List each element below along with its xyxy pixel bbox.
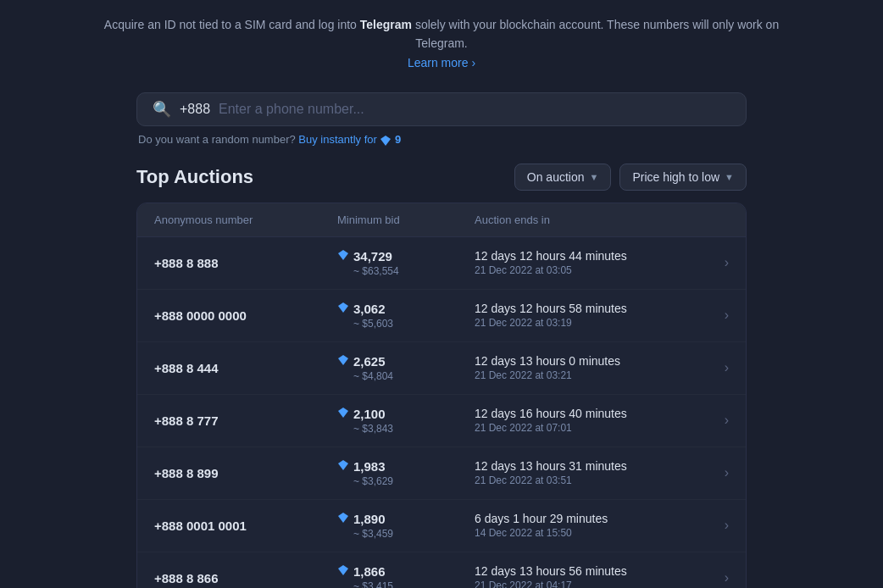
time-remaining: 12 days 12 hours 58 minutes	[475, 302, 703, 315]
row-chevron-icon: ›	[703, 413, 729, 428]
bid-ton-value: 1,890	[353, 512, 386, 526]
auction-table: Anonymous number Minimum bid Auction end…	[136, 202, 747, 588]
row-chevron-icon: ›	[703, 255, 729, 270]
bid-ton-value: 2,625	[353, 354, 386, 369]
svg-marker-6	[338, 513, 348, 523]
auction-filter-button[interactable]: On auction ▼	[514, 164, 612, 191]
row-chevron-icon: ›	[703, 518, 729, 533]
col-header-number: Anonymous number	[154, 214, 337, 226]
time-remaining: 12 days 16 hours 40 minutes	[475, 407, 703, 420]
bid-cell: 1,866 ~ $3,415	[337, 564, 475, 588]
time-date: 21 Dec 2022 at 03:19	[475, 317, 703, 329]
table-row[interactable]: +888 0000 0000 3,062 ~ $5,603 12 days 12…	[137, 290, 746, 342]
auction-time-cell: 12 days 13 hours 56 minutes 21 Dec 2022 …	[475, 564, 703, 588]
ton-diamond-icon	[337, 512, 349, 526]
ton-diamond-icon	[337, 249, 349, 263]
bid-ton-value: 3,062	[353, 302, 386, 316]
table-body: +888 8 888 34,729 ~ $63,554 12 days 12 h…	[137, 237, 746, 588]
svg-marker-0	[380, 136, 391, 146]
svg-marker-2	[338, 302, 348, 313]
bid-usd-value: ~ $3,629	[337, 475, 475, 487]
bid-ton-value: 2,100	[353, 407, 386, 421]
col-header-arrow	[703, 214, 729, 226]
bid-main: 3,062	[337, 302, 475, 316]
table-row[interactable]: +888 8 866 1,866 ~ $3,415 12 days 13 hou…	[137, 552, 746, 588]
learn-more-link[interactable]: Learn more ›	[408, 56, 475, 69]
time-remaining: 12 days 13 hours 56 minutes	[475, 564, 703, 578]
table-row[interactable]: +888 8 899 1,983 ~ $3,629 12 days 13 hou…	[137, 447, 746, 500]
banner-text: Acquire an ID not tied to a SIM card and…	[104, 18, 779, 50]
phone-number: +888 8 777	[154, 413, 337, 428]
price-filter-button[interactable]: Price high to low ▼	[619, 164, 747, 191]
top-banner: Acquire an ID not tied to a SIM card and…	[0, 0, 883, 84]
section-title: Top Auctions	[136, 166, 253, 188]
search-icon: 🔍	[153, 102, 171, 117]
bid-cell: 34,729 ~ $63,554	[337, 249, 475, 277]
bid-cell: 3,062 ~ $5,603	[337, 302, 475, 330]
auction-time-cell: 12 days 12 hours 44 minutes 21 Dec 2022 …	[475, 249, 703, 276]
auction-time-cell: 12 days 13 hours 0 minutes 21 Dec 2022 a…	[475, 354, 703, 381]
brand-name: Telegram	[360, 18, 412, 31]
bid-main: 34,729	[337, 249, 475, 263]
bid-cell: 1,983 ~ $3,629	[337, 459, 475, 487]
svg-marker-5	[338, 460, 348, 470]
time-date: 21 Dec 2022 at 04:17	[475, 580, 703, 588]
row-chevron-icon: ›	[703, 570, 729, 585]
ton-diamond-icon	[337, 354, 349, 369]
bid-usd-value: ~ $63,554	[337, 265, 475, 277]
time-date: 21 Dec 2022 at 07:01	[475, 422, 703, 434]
search-prefix: +888	[180, 102, 210, 117]
time-date: 14 Dec 2022 at 15:50	[475, 527, 703, 539]
bid-usd-value: ~ $4,804	[337, 370, 475, 382]
bid-ton-value: 1,983	[353, 459, 386, 474]
section-header: Top Auctions On auction ▼ Price high to …	[136, 164, 747, 191]
row-chevron-icon: ›	[703, 360, 729, 375]
search-input[interactable]	[219, 102, 730, 117]
buy-instantly-link[interactable]: Buy instantly for	[298, 133, 395, 146]
table-row[interactable]: +888 8 444 2,625 ~ $4,804 12 days 13 hou…	[137, 342, 746, 395]
auction-time-cell: 12 days 13 hours 31 minutes 21 Dec 2022 …	[475, 459, 703, 486]
row-chevron-icon: ›	[703, 465, 729, 480]
row-chevron-icon: ›	[703, 308, 729, 323]
col-header-ends: Auction ends in	[475, 214, 703, 226]
phone-number: +888 0001 0001	[154, 519, 337, 533]
auction-time-cell: 6 days 1 hour 29 minutes 14 Dec 2022 at …	[475, 512, 703, 539]
ton-diamond-icon	[337, 302, 349, 316]
time-remaining: 12 days 13 hours 31 minutes	[475, 459, 703, 473]
ton-icon-hint	[380, 133, 395, 146]
table-row[interactable]: +888 8 888 34,729 ~ $63,554 12 days 12 h…	[137, 237, 746, 290]
chevron-down-icon-price: ▼	[725, 172, 734, 182]
time-date: 21 Dec 2022 at 03:05	[475, 264, 703, 276]
ton-diamond-icon	[337, 564, 349, 579]
bid-cell: 2,625 ~ $4,804	[337, 354, 475, 382]
auction-time-cell: 12 days 16 hours 40 minutes 21 Dec 2022 …	[475, 407, 703, 434]
bid-main: 2,625	[337, 354, 475, 369]
auction-time-cell: 12 days 12 hours 58 minutes 21 Dec 2022 …	[475, 302, 703, 329]
bid-ton-value: 34,729	[353, 249, 392, 263]
bid-main: 2,100	[337, 407, 475, 421]
search-container: 🔍 +888 Do you want a random number? Buy …	[136, 92, 747, 147]
table-row[interactable]: +888 8 777 2,100 ~ $3,843 12 days 16 hou…	[137, 395, 746, 447]
svg-marker-7	[338, 565, 348, 575]
time-date: 21 Dec 2022 at 03:51	[475, 474, 703, 486]
time-date: 21 Dec 2022 at 03:21	[475, 369, 703, 381]
svg-marker-3	[338, 355, 348, 365]
time-remaining: 12 days 13 hours 0 minutes	[475, 354, 703, 368]
svg-marker-1	[338, 250, 348, 260]
main-content: Top Auctions On auction ▼ Price high to …	[136, 164, 747, 588]
bid-cell: 1,890 ~ $3,459	[337, 512, 475, 540]
phone-number: +888 8 866	[154, 571, 337, 585]
ton-diamond-icon	[337, 407, 349, 421]
table-row[interactable]: +888 0001 0001 1,890 ~ $3,459 6 days 1 h…	[137, 500, 746, 552]
phone-number: +888 8 444	[154, 361, 337, 375]
random-count: 9	[395, 133, 401, 146]
time-remaining: 6 days 1 hour 29 minutes	[475, 512, 703, 525]
ton-diamond-icon	[337, 459, 349, 474]
bid-main: 1,983	[337, 459, 475, 474]
bid-main: 1,890	[337, 512, 475, 526]
col-header-bid: Minimum bid	[337, 214, 475, 226]
filter-buttons: On auction ▼ Price high to low ▼	[514, 164, 747, 191]
time-remaining: 12 days 12 hours 44 minutes	[475, 249, 703, 263]
phone-number: +888 8 888	[154, 256, 337, 270]
bid-usd-value: ~ $3,415	[337, 580, 475, 588]
